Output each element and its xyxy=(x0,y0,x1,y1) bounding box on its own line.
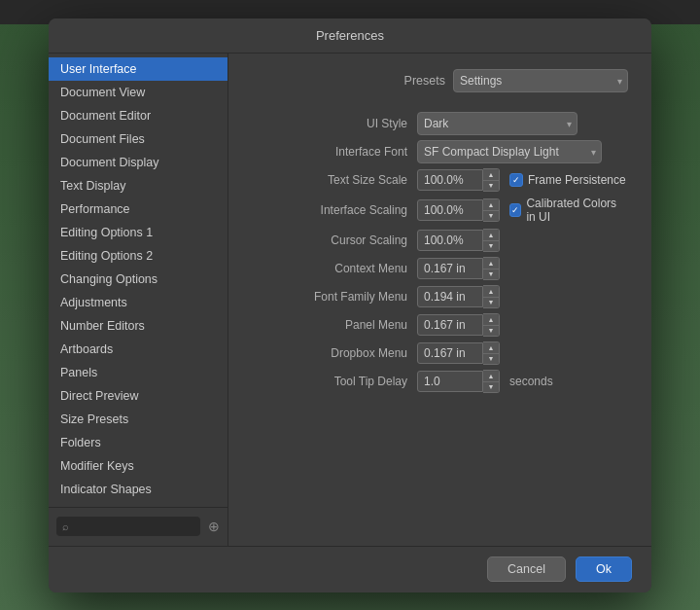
modal-overlay: Preferences User Interface Document View… xyxy=(0,0,700,610)
context-menu-control: ▲ ▼ xyxy=(417,257,628,280)
dropbox-menu-label: Dropbox Menu xyxy=(252,346,407,360)
sidebar-item-modifier-keys[interactable]: Modifier Keys xyxy=(49,454,228,478)
tool-tip-delay-control: ▲ ▼ seconds xyxy=(417,370,628,393)
interface-scaling-down[interactable]: ▼ xyxy=(483,210,499,221)
content-panel: Presets Settings Default Custom ▾ UI Sty… xyxy=(228,54,651,546)
text-size-scale-up[interactable]: ▲ xyxy=(483,169,499,180)
dialog-titlebar: Preferences xyxy=(49,18,651,54)
sidebar-item-indicator-shapes[interactable]: Indicator Shapes xyxy=(49,478,228,501)
font-family-menu-input[interactable] xyxy=(417,286,483,307)
calibrated-colors-checkbox-wrapper[interactable]: ✓ Calibrated Colors in UI xyxy=(509,197,628,224)
cursor-scaling-control: ▲ ▼ xyxy=(417,229,628,252)
panel-menu-arrows: ▲ ▼ xyxy=(483,313,500,337)
sidebar-item-direct-preview[interactable]: Direct Preview xyxy=(49,384,228,408)
presets-select-wrapper: Settings Default Custom ▾ xyxy=(453,69,628,92)
text-size-scale-down[interactable]: ▼ xyxy=(483,180,499,191)
sidebar-footer: ⌕ ⊕ xyxy=(49,507,228,546)
context-menu-stepper: ▲ ▼ xyxy=(417,257,500,280)
sidebar-item-number-editors[interactable]: Number Editors xyxy=(49,314,228,338)
sidebar-item-artboards[interactable]: Artboards xyxy=(49,338,228,361)
sidebar-item-size-presets[interactable]: Size Presets xyxy=(49,408,228,431)
cursor-scaling-input[interactable] xyxy=(417,230,483,251)
dropbox-menu-stepper: ▲ ▼ xyxy=(417,341,500,365)
font-family-menu-control: ▲ ▼ xyxy=(417,285,628,308)
dialog-footer: Cancel Ok xyxy=(49,546,651,592)
presets-select[interactable]: Settings Default Custom xyxy=(453,69,628,92)
calibrated-colors-check-icon: ✓ xyxy=(511,205,519,215)
cursor-scaling-stepper: ▲ ▼ xyxy=(417,229,500,252)
tool-tip-delay-input[interactable] xyxy=(417,371,483,392)
interface-scaling-control: ▲ ▼ ✓ Calibrated Colors in UI xyxy=(417,197,628,224)
zoom-icon[interactable]: ⊕ xyxy=(208,519,220,534)
frame-persistence-checkbox-wrapper[interactable]: ✓ Frame Persistence xyxy=(509,173,626,187)
tool-tip-delay-arrows: ▲ ▼ xyxy=(483,370,500,393)
context-menu-up[interactable]: ▲ xyxy=(483,258,499,269)
sidebar-item-document-editor[interactable]: Document Editor xyxy=(49,104,228,127)
interface-scaling-up[interactable]: ▲ xyxy=(483,199,499,210)
font-family-menu-down[interactable]: ▼ xyxy=(483,297,499,307)
cursor-scaling-down[interactable]: ▼ xyxy=(483,240,499,251)
dropbox-menu-up[interactable]: ▲ xyxy=(483,342,499,353)
text-size-scale-stepper: ▲ ▼ xyxy=(417,168,500,192)
frame-persistence-label: Frame Persistence xyxy=(528,173,626,187)
presets-label: Presets xyxy=(404,74,445,88)
sidebar-item-document-view[interactable]: Document View xyxy=(49,81,228,104)
text-size-scale-arrows: ▲ ▼ xyxy=(483,168,500,192)
search-icon: ⌕ xyxy=(62,520,69,532)
sidebar-item-document-display[interactable]: Document Display xyxy=(49,151,228,174)
font-family-menu-up[interactable]: ▲ xyxy=(483,286,499,297)
frame-persistence-check-icon: ✓ xyxy=(512,175,520,185)
dialog-body: User Interface Document View Document Ed… xyxy=(49,54,651,546)
cursor-scaling-arrows: ▲ ▼ xyxy=(483,229,500,252)
panel-menu-down[interactable]: ▼ xyxy=(483,325,499,336)
calibrated-colors-label: Calibrated Colors in UI xyxy=(526,197,628,224)
seconds-label: seconds xyxy=(509,375,553,388)
tool-tip-delay-up[interactable]: ▲ xyxy=(483,371,499,381)
interface-font-control: SF Compact Display Light SF Pro Text Hel… xyxy=(417,140,628,163)
panel-menu-control: ▲ ▼ xyxy=(417,313,628,337)
ok-button[interactable]: Ok xyxy=(576,556,632,582)
sidebar-item-performance[interactable]: Performance xyxy=(49,197,228,221)
sidebar-item-adjustments[interactable]: Adjustments xyxy=(49,291,228,314)
sidebar-item-user-interface[interactable]: User Interface xyxy=(49,57,228,81)
interface-scaling-label: Interface Scaling xyxy=(252,203,407,217)
cancel-button[interactable]: Cancel xyxy=(487,556,566,582)
tool-tip-delay-down[interactable]: ▼ xyxy=(483,381,499,392)
sidebar-item-editing-options-2[interactable]: Editing Options 2 xyxy=(49,244,228,268)
ui-style-select[interactable]: Dark Light Auto xyxy=(417,112,578,135)
dropbox-menu-down[interactable]: ▼ xyxy=(483,353,499,364)
interface-scaling-input[interactable] xyxy=(417,199,483,221)
interface-scaling-arrows: ▲ ▼ xyxy=(483,198,500,222)
panel-menu-input[interactable] xyxy=(417,314,483,336)
font-family-menu-arrows: ▲ ▼ xyxy=(483,285,500,308)
search-wrapper[interactable]: ⌕ xyxy=(56,517,200,536)
preferences-dialog: Preferences User Interface Document View… xyxy=(49,18,651,592)
frame-persistence-checkbox[interactable]: ✓ xyxy=(509,173,523,187)
panel-menu-stepper: ▲ ▼ xyxy=(417,313,500,337)
sidebar-list: User Interface Document View Document Ed… xyxy=(49,54,228,507)
sidebar-item-editing-options-1[interactable]: Editing Options 1 xyxy=(49,221,228,244)
text-size-scale-label: Text Size Scale xyxy=(252,173,407,187)
sidebar-item-document-files[interactable]: Document Files xyxy=(49,127,228,151)
cursor-scaling-up[interactable]: ▲ xyxy=(483,230,499,240)
context-menu-down[interactable]: ▼ xyxy=(483,269,499,279)
dropbox-menu-arrows: ▲ ▼ xyxy=(483,341,500,365)
sidebar-item-changing-options[interactable]: Changing Options xyxy=(49,268,228,291)
dropbox-menu-control: ▲ ▼ xyxy=(417,341,628,365)
context-menu-input[interactable] xyxy=(417,258,483,279)
sidebar-item-panels[interactable]: Panels xyxy=(49,361,228,384)
cursor-scaling-label: Cursor Scaling xyxy=(252,233,407,247)
sidebar-item-text-display[interactable]: Text Display xyxy=(49,174,228,197)
search-input[interactable] xyxy=(73,520,194,533)
interface-font-select-wrapper: SF Compact Display Light SF Pro Text Hel… xyxy=(417,140,602,163)
interface-scaling-stepper: ▲ ▼ xyxy=(417,198,500,222)
ui-style-control: Dark Light Auto ▾ xyxy=(417,112,628,135)
font-family-menu-label: Font Family Menu xyxy=(252,290,407,304)
calibrated-colors-checkbox[interactable]: ✓ xyxy=(509,203,521,217)
interface-font-select[interactable]: SF Compact Display Light SF Pro Text Hel… xyxy=(417,140,602,163)
text-size-scale-input[interactable] xyxy=(417,169,483,191)
panel-menu-label: Panel Menu xyxy=(252,318,407,332)
panel-menu-up[interactable]: ▲ xyxy=(483,314,499,325)
dropbox-menu-input[interactable] xyxy=(417,342,483,364)
sidebar-item-folders[interactable]: Folders xyxy=(49,431,228,454)
